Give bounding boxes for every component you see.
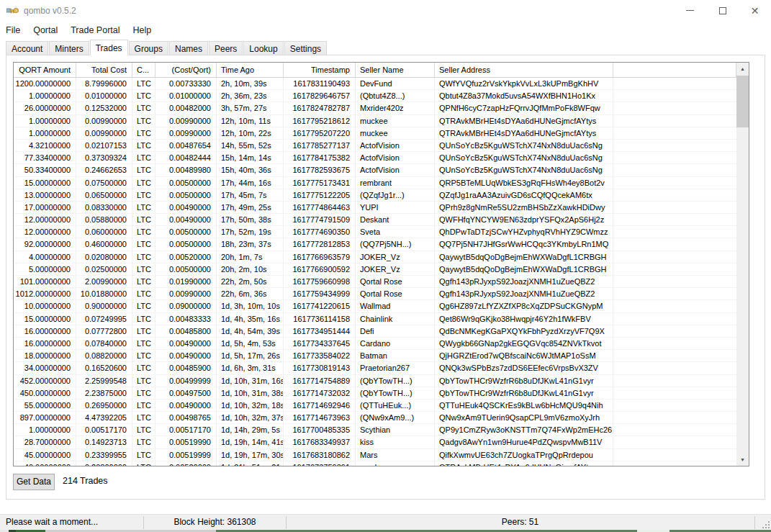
cell-total-cost: 0.02107153 (76, 140, 132, 151)
cell-qort-amount: 12.00000000 (14, 226, 76, 238)
menubar: FileQortalTrade PortalHelp (0, 22, 771, 38)
header-cell-total-cost[interactable]: Total Cost (76, 63, 132, 77)
status-bar: Please wait a moment... Block Height: 36… (0, 514, 771, 530)
menu-item-trade-portal[interactable]: Trade Portal (71, 23, 127, 37)
cell-seller-address: QTRAvkMBrHEt4sDYAa6dHUNeGjmcfAYtys (435, 127, 613, 139)
resize-grip[interactable] (762, 521, 770, 528)
tab-names[interactable]: Names (169, 41, 208, 55)
trades-table: QORT AmountTotal CostC...(Cost/Qort)Time… (13, 62, 749, 466)
cell-seller-name: Qortal Rose (356, 288, 435, 299)
table-row[interactable]: 15.000000000.07500000LTC0.0050000017h, 4… (14, 177, 736, 189)
cell-timestamp: 1617683180862 (284, 449, 356, 461)
cell-cost-qort: 0.00490000 (155, 350, 217, 361)
close-button[interactable]: ✕ (739, 0, 771, 21)
table-row[interactable]: 34.000000000.16520600LTC0.004859001d, 6h… (14, 362, 736, 374)
cell-filler (613, 300, 736, 312)
cell-c: LTC (132, 152, 155, 163)
scroll-down-button[interactable]: ▼ (736, 454, 749, 466)
cell-timestamp: 1617759660998 (284, 276, 356, 287)
cell-seller-address: QaywytB5dqQoDgBejmEhWXWaDgfL1CRBGH (435, 263, 613, 275)
maximize-button[interactable] (706, 0, 739, 21)
header-cell-time-ago[interactable]: Time Ago (217, 63, 284, 77)
cell-total-cost: 0.06000000 (76, 226, 132, 238)
table-row[interactable]: 450.000000002.23875000LTC0.004975001d, 1… (14, 387, 736, 400)
header-cell-cost-qort[interactable]: (Cost/Qort) (155, 63, 217, 77)
tab-lookup[interactable]: Lookup (243, 41, 283, 55)
table-row[interactable]: 5.000000000.02500000LTC0.0050000020h, 2m… (14, 263, 736, 276)
menu-item-file[interactable]: File (6, 23, 27, 37)
table-row[interactable]: 16.000000000.07772800LTC0.004858001d, 4h… (14, 325, 736, 338)
maximize-icon (719, 7, 726, 14)
table-row[interactable]: 1200.000000008.79996000LTC0.007333302h, … (14, 78, 736, 90)
minimize-button[interactable] (674, 0, 706, 21)
header-cell-timestamp[interactable]: Timestamp (284, 63, 356, 77)
table-row[interactable]: 1.000000000.00517170LTC0.005171701d, 14h… (14, 424, 736, 436)
table-row[interactable]: 12.000000000.05880000LTC0.0049000017h, 5… (14, 214, 736, 226)
table-row[interactable]: 45.000000000.23399955LTC0.005199991d, 19… (14, 449, 736, 461)
scroll-up-button[interactable]: ▲ (736, 63, 749, 75)
table-row[interactable]: 1.000000000.01000000LTC0.010000002h, 36m… (14, 90, 736, 102)
cell-time-ago: 14h, 55m, 52s (217, 140, 284, 151)
table-row[interactable]: 17.000000000.08330000LTC0.0049000017h, 4… (14, 202, 736, 214)
table-row[interactable]: 101.000000002.00990000LTC0.0199000022h, … (14, 276, 736, 288)
cell-cost-qort: 0.00517170 (155, 424, 217, 436)
header-cell-seller-name[interactable]: Seller Name (356, 63, 435, 77)
cell-c: LTC (132, 102, 155, 114)
tab-minters[interactable]: Minters (49, 41, 89, 55)
vertical-scrollbar[interactable]: ▲ ▼ (736, 63, 749, 466)
table-body: 1200.000000008.79996000LTC0.007333302h, … (14, 78, 736, 466)
cell-timestamp: 1617714692946 (284, 400, 356, 411)
cell-seller-address: QP9y1CmZRyw3oKNSTTm7Q74FxWp2mEHc26 (435, 424, 613, 436)
table-row[interactable]: 4.000000000.02080000LTC0.0052000020h, 1m… (14, 251, 736, 263)
cell-filler (613, 152, 736, 163)
cell-time-ago: 1d, 10h, 32m, 37s (217, 412, 284, 423)
table-row[interactable]: 18.000000000.08820000LTC0.004900001d, 5h… (14, 350, 736, 362)
cell-cost-qort: 0.00733330 (155, 78, 217, 89)
cell-qort-amount: 16.00000000 (14, 325, 76, 337)
header-cell-qort-amount[interactable]: QORT Amount (14, 63, 76, 77)
table-row[interactable]: 4.321000000.02107153LTC0.0048765414h, 55… (14, 140, 736, 152)
table-row[interactable]: 1012.0000000010.01880000LTC0.0099000022h… (14, 288, 736, 300)
menu-item-help[interactable]: Help (133, 23, 159, 37)
header-cell-c[interactable]: C... (132, 63, 155, 77)
cell-total-cost: 2.23875000 (76, 387, 132, 399)
cell-seller-address: QQ7Pj5NH7JHfGsrWwHCQqc3YKmbyLRn1MQ (435, 238, 613, 250)
table-row[interactable]: 40.000000000.20800000LTC0.005200001d, 21… (14, 461, 736, 466)
cell-cost-qort: 0.00498765 (155, 412, 217, 423)
header-cell-seller-address[interactable]: Seller Address (435, 63, 613, 77)
table-row[interactable]: 77.334000000.37309324LTC0.0048244415h, 1… (14, 152, 736, 164)
tab-account[interactable]: Account (6, 41, 48, 55)
cell-total-cost: 0.37309324 (76, 152, 132, 163)
cell-seller-address: QZqfJg1raAA3AzuivGD6sCQfQQcekAM6tx (435, 189, 613, 201)
trades-count-label: 214 Trades (63, 476, 108, 486)
table-row[interactable]: 1.000000000.00990000LTC0.0099000012h, 10… (14, 127, 736, 140)
table-row[interactable]: 50.334000000.24662653LTC0.0048998015h, 4… (14, 164, 736, 176)
table-row[interactable]: 897.000000004.47392205LTC0.004987651d, 1… (14, 412, 736, 424)
tab-groups[interactable]: Groups (129, 41, 168, 55)
tab-settings[interactable]: Settings (284, 41, 327, 55)
cell-filler (613, 449, 736, 461)
cell-cost-qort: 0.00500000 (155, 238, 217, 250)
cell-timestamp: 1617774864463 (284, 202, 356, 213)
scroll-thumb[interactable] (736, 76, 749, 127)
table-row[interactable]: 10.000000000.90000000LTC0.090000001d, 3h… (14, 300, 736, 312)
table-row[interactable]: 13.000000000.06500000LTC0.0050000017h, 4… (14, 189, 736, 202)
cell-total-cost: 0.26950000 (76, 400, 132, 411)
table-row[interactable]: 1.000000000.00990000LTC0.0099000012h, 10… (14, 115, 736, 127)
get-data-button[interactable]: Get Data (13, 474, 55, 490)
table-row[interactable]: 16.000000000.07840000LTC0.004900001d, 5h… (14, 338, 736, 350)
cell-c: LTC (132, 400, 155, 411)
table-row[interactable]: 15.000000000.07249995LTC0.004833331d, 4h… (14, 313, 736, 325)
menu-item-qortal[interactable]: Qortal (33, 23, 65, 37)
cell-c: LTC (132, 78, 155, 89)
table-row[interactable]: 55.000000000.26950000LTC0.004900001d, 10… (14, 400, 736, 412)
tab-trades[interactable]: Trades (90, 40, 128, 55)
table-row[interactable]: 12.000000000.06000000LTC0.0050000017h, 5… (14, 226, 736, 238)
table-row[interactable]: 26.000000000.12532000LTC0.004820003h, 57… (14, 102, 736, 114)
table-row[interactable]: 452.000000002.25999548LTC0.004999991d, 1… (14, 375, 736, 387)
table-row[interactable]: 92.000000000.46000000LTC0.0050000018h, 2… (14, 238, 736, 251)
tab-peers[interactable]: Peers (209, 41, 243, 55)
cell-total-cost: 0.00517170 (76, 424, 132, 436)
table-row[interactable]: 28.700000000.14923713LTC0.005199901d, 19… (14, 436, 736, 448)
cell-timestamp: 1617733584022 (284, 350, 356, 361)
